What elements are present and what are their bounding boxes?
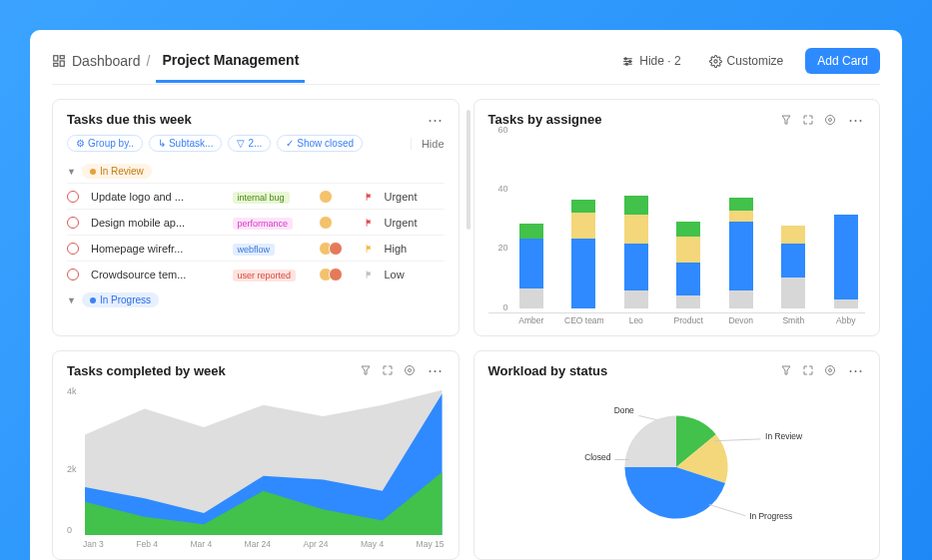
priority: Urgent [385,191,445,203]
x-label: May 15 [417,539,445,549]
bar-segment[interactable] [729,211,753,222]
tasks-completed-card: Tasks completed by week ⋯ 4k 2k 0 Jan 3F… [52,350,460,561]
bar-segment[interactable] [781,226,805,243]
svg-point-12 [829,118,832,121]
bar-segment[interactable] [519,239,543,288]
svg-rect-3 [54,63,58,66]
expand-icon[interactable] [382,364,394,376]
bar-segment[interactable] [676,222,700,237]
gear-icon[interactable] [824,364,836,376]
subtasks-pill[interactable]: ↳Subtask... [149,135,222,152]
svg-point-8 [629,60,631,62]
card-title: Tasks due this week [67,112,192,127]
svg-line-21 [714,439,761,441]
status-circle-icon [67,217,79,229]
bar-segment[interactable] [729,290,753,307]
task-title: Update logo and ... [91,191,227,203]
bar-segment[interactable] [571,239,595,307]
avatars[interactable] [319,268,359,281]
filter-icon[interactable] [780,364,792,376]
tag[interactable]: internal bug [233,192,290,204]
bar-segment[interactable] [729,222,753,290]
status-label: In Review [100,166,144,177]
bar-segment[interactable] [571,200,595,213]
more-icon[interactable]: ⋯ [426,115,445,125]
tag[interactable]: webflow [233,244,276,256]
card-title: Tasks completed by week [67,363,226,378]
bar-segment[interactable] [624,196,648,216]
svg-point-19 [826,366,835,375]
caret-down-icon: ▼ [67,295,76,305]
group-by-pill[interactable]: ⚙Group by.. [67,135,143,152]
scrollbar[interactable] [466,110,470,230]
show-closed-pill[interactable]: ✓Show closed [277,135,363,152]
bar-segment[interactable] [624,215,648,243]
hide-button[interactable]: Hide · 2 [615,50,686,72]
customize-button[interactable]: Customize [703,50,790,72]
group-in-progress[interactable]: ▼ In Progress [67,292,445,307]
avatars[interactable] [319,242,359,256]
bar-chart: 0204060 AmberCEO teamLeoProductDevonSmit… [488,135,866,325]
workload-status-card: Workload by status ⋯ DoneIn ReviewIn Pro… [473,350,881,561]
bar-segment[interactable] [519,224,543,239]
more-icon[interactable]: ⋯ [426,365,445,375]
bar-segment[interactable] [624,244,648,291]
task-row[interactable]: Homepage wirefr...webflowHigh [67,235,445,261]
gear-icon[interactable] [824,114,836,126]
filter-icon[interactable] [780,114,792,126]
pie-label: Closed [584,452,611,462]
bar-segment[interactable] [676,295,700,308]
hide-link[interactable]: Hide [411,138,445,150]
breadcrumb-current[interactable]: Project Management [156,52,305,83]
bar-segment[interactable] [781,244,805,279]
task-row[interactable]: Design mobile ap...performanceUrgent [67,209,445,235]
layers-icon: ⚙ [76,138,85,149]
area-chart: 4k 2k 0 Jan 3Feb 4Mar 4Mar 24Apr 24May 4… [67,386,445,550]
bar-segment[interactable] [676,237,700,263]
bar-segment[interactable] [519,288,543,308]
more-icon[interactable]: ⋯ [846,115,865,125]
breadcrumb-root[interactable]: Dashboard [72,53,141,69]
dashboard-icon [52,54,66,68]
task-row[interactable]: Update logo and ...internal bugUrgent [67,183,445,209]
bar-segment[interactable] [834,215,858,299]
avatars[interactable] [319,216,359,230]
task-title: Design mobile ap... [91,217,227,229]
tag[interactable]: performance [233,218,294,230]
pie-label: In Progress [749,511,792,521]
filter-count-pill[interactable]: ▽2... [228,135,271,152]
group-in-review[interactable]: ▼ In Review [67,164,445,179]
bar-segment[interactable] [571,213,595,239]
status-circle-icon [67,269,79,280]
bar-segment[interactable] [624,290,648,307]
x-label: Product [669,315,708,325]
filter-icon[interactable] [360,364,372,376]
pie-label: Done [614,405,634,415]
expand-icon[interactable] [802,114,814,126]
avatars[interactable] [319,190,359,204]
pie-slice[interactable] [625,416,677,468]
svg-point-9 [626,63,628,65]
flag-icon [365,218,375,228]
subtask-icon: ↳ [158,138,166,149]
expand-icon[interactable] [802,364,814,376]
task-row[interactable]: Crowdsource tem...user reportedLow [67,261,445,286]
flag-icon [365,192,375,202]
bar-segment[interactable] [729,198,753,211]
pie-label: In Review [765,431,803,441]
more-icon[interactable]: ⋯ [846,365,865,375]
bar-segment[interactable] [676,263,700,295]
svg-point-16 [405,366,414,375]
tag[interactable]: user reported [233,270,297,281]
y-tick: 0 [488,302,508,312]
bar-segment[interactable] [781,278,805,307]
gear-icon[interactable] [404,364,416,376]
breadcrumb: Dashboard / Project Management [52,52,305,70]
bar-segment[interactable] [834,299,858,308]
breadcrumb-sep: / [147,53,151,69]
topbar: Dashboard / Project Management Hide · 2 … [52,48,880,74]
flag-icon [365,244,375,254]
x-label: Abby [827,315,866,325]
svg-point-10 [713,59,716,62]
add-card-button[interactable]: Add Card [805,48,880,74]
